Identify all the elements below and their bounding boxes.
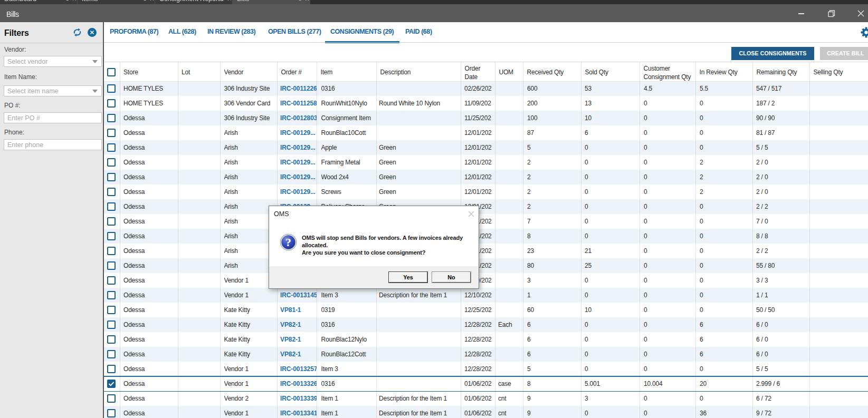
svg-text:?: ? bbox=[285, 236, 291, 249]
